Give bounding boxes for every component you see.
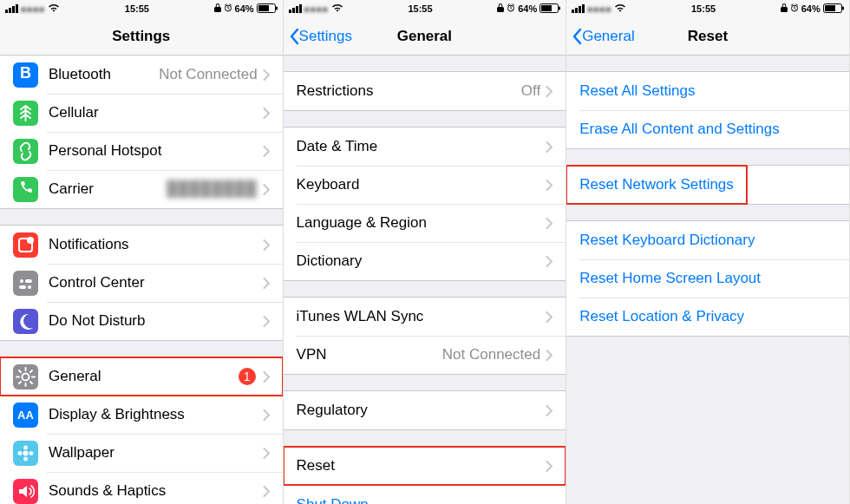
- cell-dictionary[interactable]: Dictionary: [284, 242, 566, 280]
- cell-itunes-sync[interactable]: iTunes WLAN Sync: [284, 298, 566, 336]
- battery-pct: 64%: [518, 3, 537, 14]
- back-label: Settings: [299, 28, 352, 45]
- settings-list[interactable]: BBluetoothNot ConnectedCellularPersonal …: [0, 56, 283, 504]
- cell-reset-location[interactable]: Reset Location & Privacy: [566, 298, 849, 336]
- cell-label: VPN: [297, 346, 442, 363]
- control-center-icon: [13, 271, 38, 296]
- cell-label: Regulatory: [297, 402, 546, 419]
- cell-sounds[interactable]: Sounds & Haptics: [0, 472, 283, 504]
- cell-label: Language & Region: [297, 214, 546, 232]
- cellular-icon: [13, 101, 38, 126]
- chevron-right-icon: [546, 141, 552, 153]
- dnd-icon: [13, 309, 38, 334]
- cell-reset-all[interactable]: Reset All Settings: [566, 72, 849, 110]
- wifi-icon: [614, 3, 626, 14]
- cell-label: Dictionary: [297, 252, 546, 270]
- svg-rect-3: [276, 6, 278, 10]
- cell-hotspot[interactable]: Personal Hotspot: [0, 132, 283, 170]
- screen-reset: ●●●● 15:55 64% General Reset Reset All S…: [566, 0, 850, 504]
- cell-reset[interactable]: Reset: [284, 447, 566, 485]
- cell-bluetooth[interactable]: BBluetoothNot Connected: [0, 56, 283, 94]
- chevron-right-icon: [263, 278, 270, 289]
- status-bar: ●●●● 15:55 64%: [566, 0, 849, 17]
- svg-rect-27: [842, 6, 844, 10]
- general-list[interactable]: RestrictionsOffDate & TimeKeyboardLangua…: [284, 56, 566, 504]
- nav-bar: General Reset: [566, 17, 849, 56]
- reset-list[interactable]: Reset All SettingsErase All Content and …: [566, 56, 849, 504]
- cell-label: Date & Time: [297, 138, 546, 155]
- svg-point-17: [29, 451, 34, 455]
- shutdown-button[interactable]: Shut Down: [284, 486, 566, 504]
- cell-restrictions[interactable]: RestrictionsOff: [284, 72, 566, 110]
- display-icon: AA: [13, 403, 38, 428]
- cell-label: Reset Keyboard Dictionary: [579, 232, 836, 249]
- svg-rect-23: [559, 6, 560, 10]
- svg-rect-2: [258, 5, 269, 11]
- chevron-right-icon: [263, 448, 270, 459]
- cell-label: Notifications: [49, 236, 263, 253]
- cell-general[interactable]: General1: [0, 357, 283, 396]
- svg-rect-8: [25, 279, 32, 283]
- cell-control-center[interactable]: Control Center: [0, 264, 283, 302]
- cell-dnd[interactable]: Do Not Disturb: [0, 302, 283, 340]
- cell-label: iTunes WLAN Sync: [297, 308, 546, 325]
- cell-datetime[interactable]: Date & Time: [284, 128, 566, 166]
- chevron-right-icon: [263, 184, 270, 195]
- carrier-icon: [13, 177, 38, 202]
- chevron-right-icon: [263, 69, 270, 81]
- wifi-icon: [48, 3, 60, 14]
- cell-label: Reset All Settings: [579, 82, 836, 100]
- cell-carrier[interactable]: Carrier████████: [0, 170, 283, 208]
- cell-vpn[interactable]: VPNNot Connected: [284, 336, 566, 374]
- page-title: Settings: [0, 28, 283, 45]
- cell-display[interactable]: AADisplay & Brightness: [0, 396, 283, 434]
- cell-detail: Not Connected: [159, 66, 257, 83]
- cell-regulatory[interactable]: Regulatory: [284, 391, 566, 429]
- sounds-icon: [13, 479, 38, 504]
- general-icon: [13, 364, 38, 389]
- back-label: General: [582, 28, 634, 45]
- chevron-right-icon: [263, 486, 270, 497]
- cell-notifications[interactable]: Notifications: [0, 226, 283, 264]
- cell-label: Personal Hotspot: [49, 142, 263, 160]
- back-button[interactable]: Settings: [284, 28, 352, 45]
- carrier-name: ●●●●: [21, 4, 45, 14]
- nav-bar: Settings: [0, 17, 283, 56]
- carrier-name: ●●●●: [587, 4, 611, 14]
- badge: 1: [239, 368, 256, 385]
- battery-pct: 64%: [801, 3, 821, 14]
- bluetooth-icon: B: [13, 62, 38, 88]
- cell-reset-home[interactable]: Reset Home Screen Layout: [566, 259, 849, 298]
- cell-label: Reset Location & Privacy: [579, 308, 836, 325]
- cell-label: Reset Network Settings: [579, 176, 836, 193]
- cell-cellular[interactable]: Cellular: [0, 94, 283, 132]
- back-button[interactable]: General: [566, 28, 634, 45]
- signal-icon: [5, 4, 18, 13]
- cell-wallpaper[interactable]: Wallpaper: [0, 434, 283, 472]
- chevron-right-icon: [546, 350, 552, 361]
- svg-point-13: [23, 450, 29, 455]
- lock-icon: [781, 3, 788, 14]
- chevron-right-icon: [546, 311, 552, 323]
- chevron-right-icon: [263, 316, 270, 327]
- cell-reset-network[interactable]: Reset Network Settings: [566, 166, 849, 204]
- svg-point-14: [23, 445, 28, 449]
- chevron-right-icon: [546, 256, 552, 267]
- cell-language[interactable]: Language & Region: [284, 204, 566, 242]
- cell-detail: Not Connected: [442, 346, 540, 363]
- battery-icon: [539, 3, 560, 15]
- battery-pct: 64%: [235, 3, 254, 14]
- cell-keyboard[interactable]: Keyboard: [284, 166, 566, 204]
- chevron-right-icon: [263, 146, 270, 157]
- cell-label: Bluetooth: [49, 66, 159, 83]
- svg-text:B: B: [20, 63, 31, 81]
- svg-point-7: [20, 279, 23, 283]
- cell-label: General: [49, 368, 239, 385]
- chevron-right-icon: [546, 86, 552, 97]
- cell-erase-all[interactable]: Erase All Content and Settings: [566, 110, 849, 148]
- nav-bar: Settings General: [284, 17, 566, 56]
- cell-label: Do Not Disturb: [49, 312, 263, 330]
- cell-reset-keyboard[interactable]: Reset Keyboard Dictionary: [566, 221, 849, 259]
- cell-detail: ████████: [167, 180, 257, 198]
- cell-label: Wallpaper: [49, 444, 263, 461]
